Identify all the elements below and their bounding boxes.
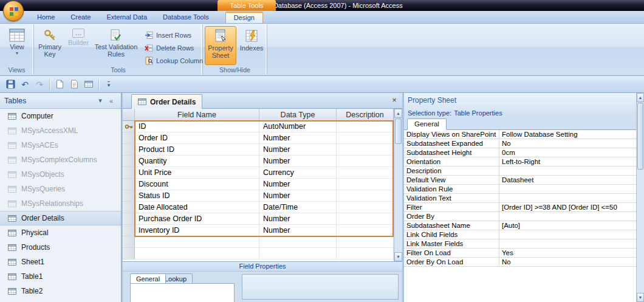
- sidebar-item-computer[interactable]: Computer: [0, 109, 121, 123]
- field-name-cell[interactable]: Product ID: [135, 144, 259, 156]
- builder-button[interactable]: … Builder: [66, 26, 91, 65]
- description-cell[interactable]: [337, 202, 394, 213]
- property-sheet-scrollbar[interactable]: ▲ ▼: [636, 93, 644, 302]
- property-value[interactable]: [499, 212, 636, 221]
- sidebar-item-msysobjects[interactable]: MSysObjects: [0, 167, 121, 182]
- description-cell[interactable]: [337, 156, 394, 167]
- description-cell[interactable]: [337, 144, 394, 156]
- ribbon-tab-home[interactable]: Home: [29, 11, 63, 23]
- sidebar-item-table1[interactable]: Table1: [0, 269, 121, 284]
- sidebar-item-msysaces[interactable]: MSysACEs: [0, 138, 121, 153]
- property-value[interactable]: [499, 230, 636, 239]
- nav-menu-chevron-icon[interactable]: ▾: [95, 97, 106, 105]
- description-cell[interactable]: [337, 248, 394, 259]
- row-selector[interactable]: [123, 190, 135, 202]
- data-type-cell[interactable]: Currency: [259, 167, 337, 179]
- lookup-column-button[interactable]: Lookup Column: [142, 55, 205, 67]
- property-value[interactable]: [499, 239, 636, 248]
- description-cell[interactable]: [337, 167, 394, 179]
- row-selector[interactable]: [123, 248, 135, 259]
- ribbon-tab-design[interactable]: Design: [225, 12, 263, 23]
- row-selector[interactable]: [123, 225, 135, 236]
- row-selector[interactable]: [123, 236, 135, 248]
- row-selector[interactable]: [123, 156, 135, 167]
- description-cell[interactable]: [337, 236, 394, 248]
- description-cell[interactable]: [337, 179, 394, 190]
- sidebar-item-order-details[interactable]: Order Details: [0, 211, 121, 225]
- sidebar-item-msysaccessxml[interactable]: MSysAccessXML: [0, 123, 121, 138]
- property-value[interactable]: [499, 166, 636, 175]
- data-type-cell[interactable]: Number: [259, 213, 337, 225]
- property-value[interactable]: [Order ID] >=38 AND [Order ID] <=50: [499, 203, 636, 211]
- description-cell[interactable]: [337, 225, 394, 236]
- test-validation-rules-button[interactable]: Test Validation Rules: [92, 26, 140, 65]
- property-value[interactable]: No: [499, 258, 636, 266]
- property-value[interactable]: Follow Database Setting: [499, 130, 636, 139]
- field-properties-grid[interactable]: [130, 283, 235, 302]
- row-selector[interactable]: [123, 202, 135, 213]
- redo-button[interactable]: ↷: [33, 78, 46, 91]
- close-document-button[interactable]: ×: [389, 95, 399, 105]
- property-value[interactable]: [499, 194, 636, 202]
- field-name-cell[interactable]: [135, 248, 259, 259]
- field-name-cell[interactable]: Order ID: [135, 132, 259, 144]
- scroll-up-icon[interactable]: ▲: [637, 93, 644, 102]
- row-selector[interactable]: [123, 132, 135, 144]
- data-type-cell[interactable]: Number: [259, 156, 337, 167]
- description-cell[interactable]: [337, 190, 394, 202]
- new-document-button[interactable]: [53, 78, 66, 91]
- collapse-pane-icon[interactable]: «: [106, 97, 117, 105]
- field-name-cell[interactable]: Status ID: [135, 190, 259, 202]
- sidebar-item-sheet1[interactable]: Sheet1: [0, 255, 121, 269]
- delete-rows-button[interactable]: Delete Rows: [142, 42, 196, 54]
- sidebar-item-msysrelationships[interactable]: MSysRelationships: [0, 196, 121, 211]
- description-cell[interactable]: [337, 213, 394, 225]
- scroll-up-icon[interactable]: ▲: [394, 109, 402, 118]
- primary-key-button[interactable]: Primary Key: [36, 26, 63, 65]
- property-sheet-button[interactable]: Property Sheet: [205, 26, 236, 65]
- data-type-cell[interactable]: Date/Time: [259, 202, 337, 213]
- scrollbar-thumb[interactable]: [395, 118, 402, 144]
- field-name-cell[interactable]: Quantity: [135, 156, 259, 167]
- grid-vertical-scrollbar[interactable]: ▲ ▼: [394, 109, 402, 261]
- field-name-cell[interactable]: Unit Price: [135, 167, 259, 179]
- scroll-down-icon[interactable]: ▼: [637, 293, 644, 302]
- property-value[interactable]: [499, 185, 636, 193]
- office-button[interactable]: [3, 1, 24, 21]
- field-name-cell[interactable]: ID: [135, 121, 259, 132]
- sidebar-item-physical[interactable]: Physical: [0, 225, 121, 240]
- document-button[interactable]: [67, 78, 81, 91]
- data-type-cell[interactable]: AutoNumber: [259, 121, 337, 132]
- data-type-cell[interactable]: Number: [259, 179, 337, 190]
- data-type-cell[interactable]: Number: [259, 132, 337, 144]
- property-sheet-tab-general[interactable]: General: [407, 118, 447, 130]
- sidebar-item-products[interactable]: Products: [0, 240, 121, 255]
- row-selector[interactable]: [123, 144, 135, 156]
- row-selector[interactable]: [123, 179, 135, 190]
- document-tab-order-details[interactable]: Order Details: [131, 94, 202, 109]
- table-button[interactable]: [82, 78, 95, 91]
- scrollbar-thumb[interactable]: [637, 103, 643, 170]
- indexes-button[interactable]: Indexes: [238, 26, 265, 65]
- data-type-cell[interactable]: Number: [259, 144, 337, 156]
- description-cell[interactable]: [337, 121, 394, 132]
- ribbon-tab-database-tools[interactable]: Database Tools: [155, 11, 217, 23]
- tab-general[interactable]: General: [130, 273, 166, 284]
- field-name-cell[interactable]: [135, 236, 259, 248]
- ribbon-tab-external-data[interactable]: External Data: [98, 11, 155, 23]
- property-value[interactable]: Yes: [499, 249, 636, 257]
- save-button[interactable]: [4, 78, 17, 91]
- undo-button[interactable]: ↶: [18, 78, 32, 91]
- customize-quick-access-button[interactable]: ▾: [102, 78, 115, 91]
- data-type-cell[interactable]: Number: [259, 225, 337, 236]
- sidebar-item-msyscomplexcolumns[interactable]: MSysComplexColumns: [0, 153, 121, 167]
- property-value[interactable]: Left-to-Right: [499, 157, 636, 166]
- row-selector[interactable]: [123, 167, 135, 179]
- property-value[interactable]: [Auto]: [499, 221, 636, 230]
- property-value[interactable]: 0cm: [499, 148, 636, 157]
- scroll-down-icon[interactable]: ▼: [394, 252, 402, 261]
- property-value[interactable]: Datasheet: [499, 176, 636, 184]
- field-name-cell[interactable]: Discount: [135, 179, 259, 190]
- data-type-cell[interactable]: [259, 236, 337, 248]
- field-name-cell[interactable]: Date Allocated: [135, 202, 259, 213]
